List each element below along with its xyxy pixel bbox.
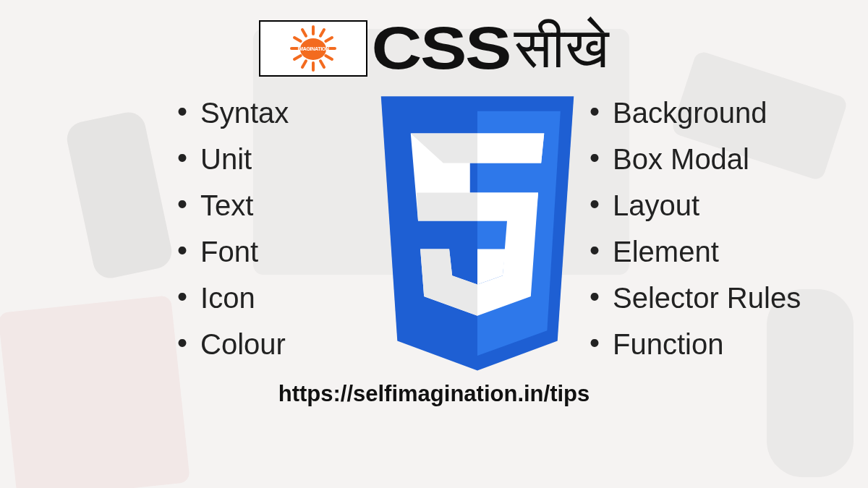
list-item: Syntax	[177, 89, 365, 135]
svg-marker-7	[417, 193, 477, 221]
svg-marker-3	[477, 134, 544, 163]
logo-box: IMAGINATION	[259, 20, 367, 77]
list-item: Layout	[590, 181, 828, 228]
title-css: CSS	[372, 13, 511, 83]
header: IMAGINATION CSS सीखे	[259, 13, 609, 83]
page-container: IMAGINATION CSS सीखे Syntax Unit Text Fo…	[0, 0, 868, 488]
list-item: Selector Rules	[590, 274, 828, 320]
main-content: Syntax Unit Text Font Icon Colour	[0, 89, 868, 385]
footer-url: https://selfimagination.in/tips	[278, 381, 590, 407]
list-item: Element	[590, 228, 828, 274]
list-item: Colour	[177, 320, 365, 367]
css3-shield-icon	[358, 89, 597, 385]
topic-list-right: Background Box Modal Layout Element Sele…	[590, 89, 828, 367]
list-item: Box Modal	[590, 135, 828, 181]
list-item: Function	[590, 320, 828, 367]
imagination-logo-icon: IMAGINATION	[292, 27, 335, 70]
list-item: Background	[590, 89, 828, 135]
title-hindi: सीखे	[514, 15, 609, 82]
list-item: Font	[177, 228, 365, 274]
topic-list-left: Syntax Unit Text Font Icon Colour	[177, 89, 365, 367]
list-item: Text	[177, 181, 365, 228]
logo-text: IMAGINATION	[298, 46, 329, 51]
list-item: Icon	[177, 274, 365, 320]
svg-marker-4	[477, 193, 538, 221]
list-item: Unit	[177, 135, 365, 181]
